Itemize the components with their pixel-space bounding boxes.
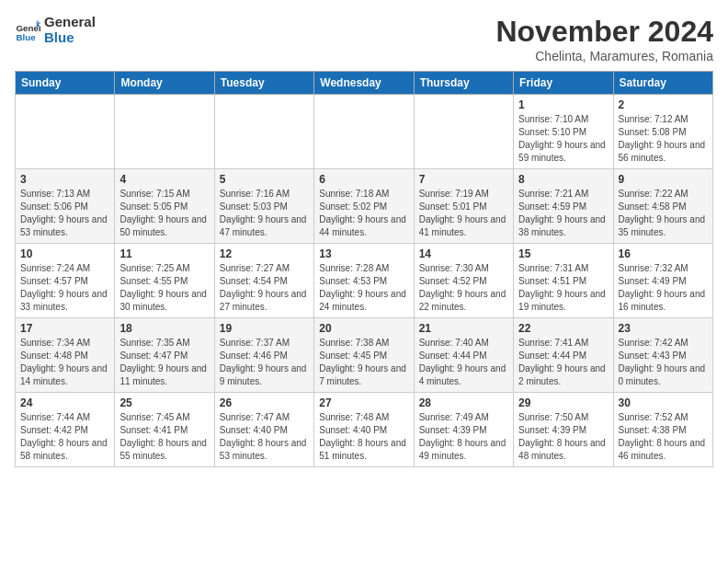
calendar-cell: 25Sunrise: 7:45 AM Sunset: 4:41 PM Dayli… (115, 393, 214, 467)
calendar-cell: 24Sunrise: 7:44 AM Sunset: 4:42 PM Dayli… (16, 393, 115, 467)
day-info: Sunrise: 7:44 AM Sunset: 4:42 PM Dayligh… (20, 411, 109, 463)
day-info: Sunrise: 7:22 AM Sunset: 4:58 PM Dayligh… (619, 188, 708, 239)
day-number: 24 (20, 396, 109, 409)
calendar-cell (115, 95, 214, 169)
calendar-cell: 20Sunrise: 7:38 AM Sunset: 4:45 PM Dayli… (314, 318, 414, 393)
weekday-header-sunday: Sunday (16, 72, 115, 95)
day-info: Sunrise: 7:18 AM Sunset: 5:02 PM Dayligh… (319, 188, 408, 239)
day-number: 20 (319, 322, 408, 335)
day-info: Sunrise: 7:24 AM Sunset: 4:57 PM Dayligh… (20, 262, 109, 314)
calendar-cell (214, 95, 313, 169)
calendar-cell: 4Sunrise: 7:15 AM Sunset: 5:05 PM Daylig… (115, 169, 214, 244)
calendar-cell (314, 95, 414, 169)
weekday-header-tuesday: Tuesday (214, 72, 313, 95)
day-number: 9 (619, 173, 708, 186)
calendar-week-4: 17Sunrise: 7:34 AM Sunset: 4:48 PM Dayli… (16, 318, 713, 393)
day-info: Sunrise: 7:49 AM Sunset: 4:39 PM Dayligh… (419, 411, 508, 463)
day-number: 23 (619, 322, 708, 335)
day-info: Sunrise: 7:31 AM Sunset: 4:51 PM Dayligh… (518, 262, 608, 314)
calendar-week-3: 10Sunrise: 7:24 AM Sunset: 4:57 PM Dayli… (16, 244, 713, 318)
day-info: Sunrise: 7:21 AM Sunset: 4:59 PM Dayligh… (518, 188, 608, 239)
calendar-cell: 22Sunrise: 7:41 AM Sunset: 4:44 PM Dayli… (514, 318, 613, 393)
calendar-cell: 30Sunrise: 7:52 AM Sunset: 4:38 PM Dayli… (613, 393, 712, 467)
calendar-cell: 11Sunrise: 7:25 AM Sunset: 4:55 PM Dayli… (115, 244, 214, 318)
calendar-week-5: 24Sunrise: 7:44 AM Sunset: 4:42 PM Dayli… (16, 393, 713, 467)
calendar-cell (16, 95, 115, 169)
day-info: Sunrise: 7:35 AM Sunset: 4:47 PM Dayligh… (119, 337, 209, 388)
day-info: Sunrise: 7:38 AM Sunset: 4:45 PM Dayligh… (319, 337, 408, 388)
day-info: Sunrise: 7:34 AM Sunset: 4:48 PM Dayligh… (20, 337, 109, 388)
day-number: 3 (20, 173, 109, 186)
weekday-header-wednesday: Wednesday (314, 72, 414, 95)
calendar-cell: 26Sunrise: 7:47 AM Sunset: 4:40 PM Dayli… (214, 393, 313, 467)
day-number: 28 (419, 396, 508, 409)
logo-blue: Blue (44, 30, 96, 46)
calendar-table: SundayMondayTuesdayWednesdayThursdayFrid… (15, 71, 713, 467)
day-number: 18 (119, 322, 209, 335)
weekday-header-friday: Friday (514, 72, 613, 95)
day-info: Sunrise: 7:52 AM Sunset: 4:38 PM Dayligh… (619, 411, 708, 463)
day-info: Sunrise: 7:12 AM Sunset: 5:08 PM Dayligh… (619, 113, 708, 165)
logo-icon: General Blue (15, 17, 40, 43)
day-info: Sunrise: 7:40 AM Sunset: 4:44 PM Dayligh… (419, 337, 508, 388)
day-info: Sunrise: 7:47 AM Sunset: 4:40 PM Dayligh… (220, 411, 309, 463)
logo: General Blue General Blue (15, 15, 96, 45)
day-number: 29 (518, 396, 608, 409)
calendar-cell: 6Sunrise: 7:18 AM Sunset: 5:02 PM Daylig… (314, 169, 414, 244)
day-info: Sunrise: 7:10 AM Sunset: 5:10 PM Dayligh… (518, 113, 608, 165)
svg-text:Blue: Blue (16, 32, 36, 42)
day-info: Sunrise: 7:13 AM Sunset: 5:06 PM Dayligh… (20, 188, 109, 239)
day-number: 4 (119, 173, 209, 186)
logo-general: General (44, 15, 96, 30)
calendar-cell: 17Sunrise: 7:34 AM Sunset: 4:48 PM Dayli… (16, 318, 115, 393)
calendar-cell: 27Sunrise: 7:48 AM Sunset: 4:40 PM Dayli… (314, 393, 414, 467)
day-info: Sunrise: 7:15 AM Sunset: 5:05 PM Dayligh… (119, 188, 209, 239)
day-number: 19 (220, 322, 309, 335)
location-title: Chelinta, Maramures, Romania (495, 49, 713, 63)
calendar-cell: 8Sunrise: 7:21 AM Sunset: 4:59 PM Daylig… (514, 169, 613, 244)
calendar-cell: 19Sunrise: 7:37 AM Sunset: 4:46 PM Dayli… (214, 318, 313, 393)
day-info: Sunrise: 7:32 AM Sunset: 4:49 PM Dayligh… (619, 262, 708, 314)
day-info: Sunrise: 7:28 AM Sunset: 4:53 PM Dayligh… (319, 262, 408, 314)
calendar-cell: 1Sunrise: 7:10 AM Sunset: 5:10 PM Daylig… (514, 95, 613, 169)
calendar-cell: 29Sunrise: 7:50 AM Sunset: 4:39 PM Dayli… (514, 393, 613, 467)
day-number: 16 (619, 247, 708, 260)
day-number: 11 (119, 247, 209, 260)
day-number: 1 (518, 98, 608, 111)
month-title: November 2024 (495, 15, 713, 49)
day-info: Sunrise: 7:30 AM Sunset: 4:52 PM Dayligh… (419, 262, 508, 314)
day-info: Sunrise: 7:16 AM Sunset: 5:03 PM Dayligh… (220, 188, 309, 239)
calendar-cell: 15Sunrise: 7:31 AM Sunset: 4:51 PM Dayli… (514, 244, 613, 318)
calendar-week-1: 1Sunrise: 7:10 AM Sunset: 5:10 PM Daylig… (16, 95, 713, 169)
day-info: Sunrise: 7:19 AM Sunset: 5:01 PM Dayligh… (419, 188, 508, 239)
day-number: 21 (419, 322, 508, 335)
day-number: 8 (518, 173, 608, 186)
calendar-header-row: SundayMondayTuesdayWednesdayThursdayFrid… (16, 72, 713, 95)
day-number: 25 (119, 396, 209, 409)
day-info: Sunrise: 7:48 AM Sunset: 4:40 PM Dayligh… (319, 411, 408, 463)
calendar-week-2: 3Sunrise: 7:13 AM Sunset: 5:06 PM Daylig… (16, 169, 713, 244)
day-number: 5 (220, 173, 309, 186)
calendar-cell: 10Sunrise: 7:24 AM Sunset: 4:57 PM Dayli… (16, 244, 115, 318)
day-number: 7 (419, 173, 508, 186)
calendar-cell: 13Sunrise: 7:28 AM Sunset: 4:53 PM Dayli… (314, 244, 414, 318)
day-number: 14 (419, 247, 508, 260)
calendar-cell: 28Sunrise: 7:49 AM Sunset: 4:39 PM Dayli… (414, 393, 513, 467)
day-info: Sunrise: 7:42 AM Sunset: 4:43 PM Dayligh… (619, 337, 708, 388)
day-number: 27 (319, 396, 408, 409)
calendar-cell: 5Sunrise: 7:16 AM Sunset: 5:03 PM Daylig… (214, 169, 313, 244)
day-number: 12 (220, 247, 309, 260)
day-info: Sunrise: 7:37 AM Sunset: 4:46 PM Dayligh… (220, 337, 309, 388)
calendar-cell: 9Sunrise: 7:22 AM Sunset: 4:58 PM Daylig… (613, 169, 712, 244)
weekday-header-thursday: Thursday (414, 72, 513, 95)
day-number: 30 (619, 396, 708, 409)
calendar-cell: 12Sunrise: 7:27 AM Sunset: 4:54 PM Dayli… (214, 244, 313, 318)
day-info: Sunrise: 7:27 AM Sunset: 4:54 PM Dayligh… (220, 262, 309, 314)
day-info: Sunrise: 7:41 AM Sunset: 4:44 PM Dayligh… (518, 337, 608, 388)
calendar-cell: 18Sunrise: 7:35 AM Sunset: 4:47 PM Dayli… (115, 318, 214, 393)
day-number: 17 (20, 322, 109, 335)
day-number: 10 (20, 247, 109, 260)
day-number: 13 (319, 247, 408, 260)
header: General Blue General Blue November 2024 … (15, 15, 713, 63)
day-info: Sunrise: 7:45 AM Sunset: 4:41 PM Dayligh… (119, 411, 209, 463)
